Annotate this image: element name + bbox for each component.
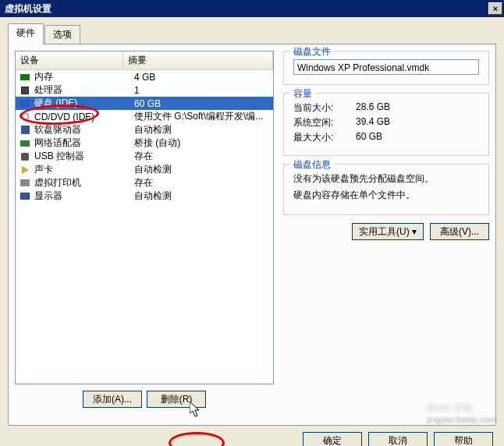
- close-button[interactable]: ×: [488, 2, 502, 15]
- add-button[interactable]: 添加(A)...: [83, 391, 142, 408]
- device-icon: [19, 72, 31, 83]
- device-row[interactable]: 软盘驱动器自动检测: [16, 123, 273, 136]
- device-name: 显示器: [34, 189, 134, 203]
- device-name: 内存: [34, 70, 134, 83]
- device-icon: [19, 98, 31, 109]
- device-summary: 自动检测: [134, 163, 270, 176]
- device-list[interactable]: 设备 摘要 内存4 GB处理器1硬盘 (IDE)60 GBCD/DVD (IDE…: [15, 51, 274, 384]
- device-row[interactable]: 硬盘 (IDE)60 GB: [16, 97, 273, 110]
- max-size-value: 60 GB: [356, 131, 382, 144]
- device-icon: [19, 112, 31, 122]
- diskfile-legend: 磁盘文件: [290, 45, 334, 58]
- utilities-button[interactable]: 实用工具(U) ▾: [352, 223, 424, 240]
- device-icon: [19, 85, 31, 96]
- device-row[interactable]: 网络适配器桥接 (自动): [16, 136, 273, 150]
- hardware-panel: 设备 摘要 内存4 GB处理器1硬盘 (IDE)60 GBCD/DVD (IDE…: [8, 44, 496, 426]
- device-name: 处理器: [34, 83, 134, 97]
- device-summary: 60 GB: [134, 98, 270, 109]
- device-summary: 使用文件 G:\Soft\编程开发\编...: [134, 110, 270, 123]
- max-size-label: 最大大小:: [293, 131, 356, 144]
- device-name: USB 控制器: [34, 150, 134, 163]
- detail-column: 磁盘文件 Windows XP Professional.vmdk 容量 当前大…: [283, 51, 489, 408]
- device-icon: [19, 178, 31, 189]
- remove-button[interactable]: 删除(R): [147, 391, 206, 408]
- device-summary: 自动检测: [134, 189, 270, 203]
- device-summary: 存在: [134, 176, 270, 189]
- advanced-button[interactable]: 高级(V)...: [430, 223, 489, 240]
- device-name: 声卡: [34, 163, 134, 176]
- device-row[interactable]: USB 控制器存在: [16, 150, 273, 163]
- device-icon: [19, 151, 31, 162]
- device-summary: 4 GB: [134, 72, 270, 83]
- window-title: 虚拟机设置: [5, 2, 51, 16]
- diskinfo-legend: 磁盘信息: [290, 158, 334, 172]
- device-icon: [19, 165, 31, 175]
- current-size-value: 28.6 GB: [356, 101, 390, 115]
- device-row[interactable]: 处理器1: [16, 83, 273, 97]
- titlebar: 虚拟机设置 ×: [0, 0, 504, 17]
- diskfile-group: 磁盘文件 Windows XP Professional.vmdk: [283, 51, 489, 85]
- device-name: 虚拟打印机: [34, 176, 134, 189]
- tabstrip: 硬件 选项: [8, 23, 496, 44]
- help-button[interactable]: 帮助: [434, 432, 493, 446]
- device-row[interactable]: 显示器自动检测: [16, 189, 273, 203]
- device-summary: 1: [134, 85, 270, 96]
- device-row[interactable]: 声卡自动检测: [16, 163, 273, 176]
- diskinfo-line2: 硬盘内容存储在单个文件中。: [293, 189, 479, 202]
- diskfile-field[interactable]: Windows XP Professional.vmdk: [293, 59, 479, 75]
- device-summary: 桥接 (自动): [134, 136, 270, 150]
- tab-hardware[interactable]: 硬件: [8, 23, 44, 44]
- device-icon: [19, 138, 31, 149]
- device-row[interactable]: 虚拟打印机存在: [16, 176, 273, 189]
- device-name: 网络适配器: [34, 136, 134, 150]
- capacity-group: 容量 当前大小:28.6 GB 系统空闲:39.4 GB 最大大小:60 GB: [283, 93, 489, 156]
- dialog-footer: 确定 取消 帮助: [8, 432, 496, 446]
- system-free-value: 39.4 GB: [356, 116, 390, 129]
- col-device[interactable]: 设备: [16, 51, 123, 69]
- capacity-legend: 容量: [290, 87, 315, 101]
- device-row[interactable]: 内存4 GB: [16, 70, 273, 83]
- current-size-label: 当前大小:: [293, 101, 356, 115]
- device-icon: [19, 125, 31, 136]
- device-summary: 存在: [134, 150, 270, 163]
- tab-options[interactable]: 选项: [44, 25, 80, 44]
- device-name: CD/DVD (IDE): [34, 112, 134, 122]
- diskinfo-group: 磁盘信息 没有为该硬盘预先分配磁盘空间。 硬盘内容存储在单个文件中。: [283, 164, 489, 215]
- device-name: 硬盘 (IDE): [34, 97, 134, 110]
- device-summary: 自动检测: [134, 123, 270, 136]
- diskinfo-line1: 没有为该硬盘预先分配磁盘空间。: [293, 172, 479, 186]
- device-list-header: 设备 摘要: [16, 51, 273, 70]
- device-list-column: 设备 摘要 内存4 GB处理器1硬盘 (IDE)60 GBCD/DVD (IDE…: [15, 51, 274, 408]
- ok-button[interactable]: 确定: [303, 432, 362, 446]
- cancel-button[interactable]: 取消: [368, 432, 428, 446]
- client-area: 硬件 选项 设备 摘要 内存4 GB处理器1硬盘 (IDE)60 GBCD/DV…: [0, 17, 504, 446]
- device-name: 软盘驱动器: [34, 123, 134, 136]
- device-row[interactable]: CD/DVD (IDE)使用文件 G:\Soft\编程开发\编...: [16, 110, 273, 123]
- device-icon: [19, 191, 31, 202]
- system-free-label: 系统空闲:: [293, 116, 356, 129]
- device-list-body: 内存4 GB处理器1硬盘 (IDE)60 GBCD/DVD (IDE)使用文件 …: [16, 70, 273, 384]
- col-summary[interactable]: 摘要: [123, 51, 273, 69]
